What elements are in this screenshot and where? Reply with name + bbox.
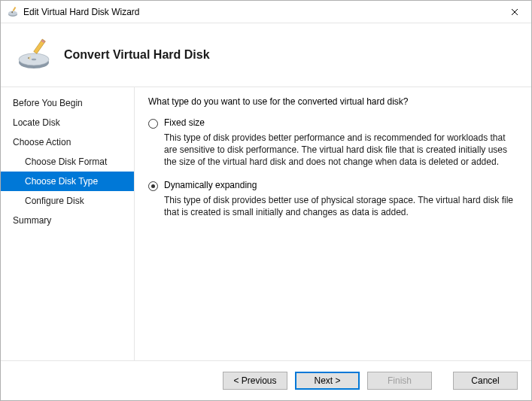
app-icon [7, 6, 19, 18]
close-button[interactable] [497, 1, 531, 23]
content-area: Before You Begin Locate Disk Choose Acti… [1, 87, 531, 360]
step-locate-disk[interactable]: Locate Disk [1, 113, 134, 132]
radio-dynamically-expanding[interactable] [148, 181, 158, 191]
option-fixed-size[interactable]: Fixed size [148, 117, 515, 129]
prompt-text: What type do you want to use for the con… [148, 96, 515, 107]
disk-edit-icon [16, 37, 52, 73]
option-dynamically-expanding-label: Dynamically expanding [164, 180, 257, 190]
svg-rect-2 [13, 6, 17, 11]
step-choose-disk-format[interactable]: Choose Disk Format [1, 152, 134, 172]
main-panel: What type do you want to use for the con… [135, 87, 531, 360]
page-title: Convert Virtual Hard Disk [64, 48, 210, 62]
wizard-footer: < Previous Next > Finish Cancel [1, 360, 531, 400]
svg-point-1 [8, 11, 17, 15]
step-summary[interactable]: Summary [1, 211, 134, 230]
radio-fixed-size[interactable] [148, 119, 158, 129]
option-fixed-size-desc: This type of disk provides better perfor… [164, 132, 515, 168]
finish-button: Finish [367, 372, 432, 390]
cancel-button[interactable]: Cancel [453, 372, 518, 390]
step-configure-disk[interactable]: Configure Disk [1, 191, 134, 211]
option-dynamically-expanding[interactable]: Dynamically expanding [148, 180, 515, 191]
option-dynamically-expanding-desc: This type of disk provides better use of… [164, 194, 515, 218]
previous-button[interactable]: < Previous [223, 372, 287, 390]
step-before-you-begin[interactable]: Before You Begin [1, 93, 134, 113]
wizard-steps-sidebar: Before You Begin Locate Disk Choose Acti… [1, 87, 135, 360]
next-button[interactable]: Next > [295, 372, 360, 390]
step-choose-action[interactable]: Choose Action [1, 132, 134, 152]
window-title: Edit Virtual Hard Disk Wizard [23, 7, 497, 17]
wizard-header: Convert Virtual Hard Disk [1, 23, 531, 87]
option-fixed-size-label: Fixed size [164, 117, 205, 128]
svg-point-7 [32, 59, 36, 61]
step-choose-disk-type[interactable]: Choose Disk Type [1, 172, 134, 191]
titlebar: Edit Virtual Hard Disk Wizard [1, 1, 531, 23]
